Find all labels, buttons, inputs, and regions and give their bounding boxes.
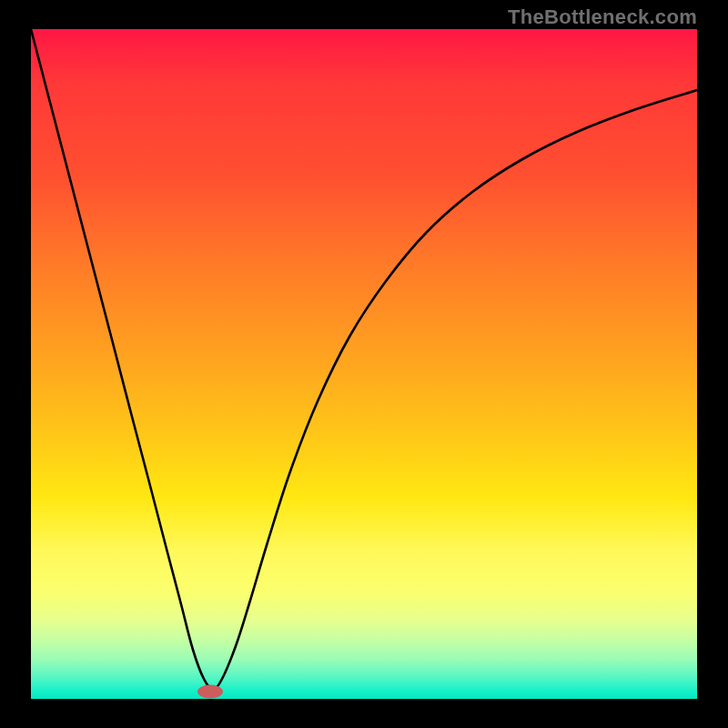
plot-area	[31, 29, 697, 699]
chart-frame: TheBottleneck.com	[0, 0, 728, 728]
curve-path	[31, 29, 697, 689]
watermark-text: TheBottleneck.com	[508, 5, 697, 29]
curve-svg	[31, 29, 697, 699]
highlight-marker	[197, 685, 223, 699]
